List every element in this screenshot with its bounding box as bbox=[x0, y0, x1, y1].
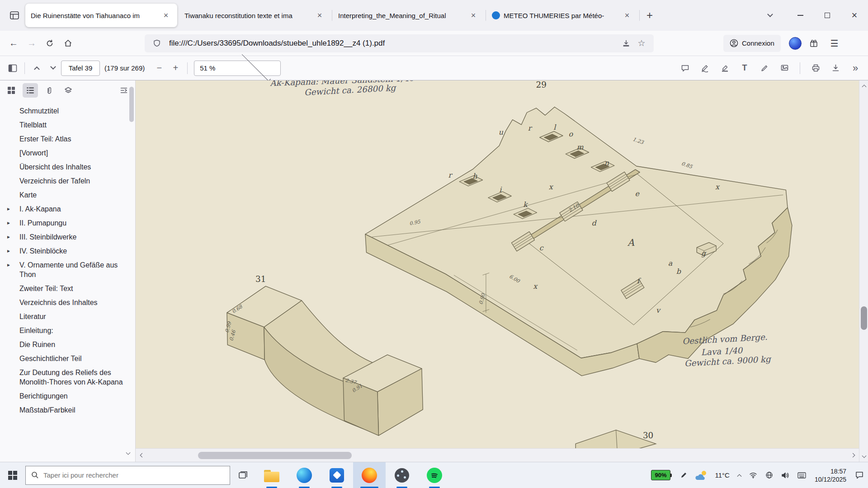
more-tools-button[interactable]: » bbox=[847, 60, 863, 76]
volume-icon[interactable] bbox=[777, 462, 793, 488]
expand-triangle-icon[interactable]: ▸ bbox=[7, 218, 10, 228]
zoom-out-button[interactable]: − bbox=[151, 60, 167, 76]
pen-icon[interactable] bbox=[676, 462, 691, 488]
download-icon[interactable] bbox=[618, 36, 634, 51]
zoom-select[interactable]: 51 % bbox=[194, 61, 281, 76]
connexion-button[interactable]: Connexion bbox=[723, 35, 781, 52]
expand-triangle-icon[interactable]: ▸ bbox=[7, 232, 10, 242]
taskbar-app-file-explorer[interactable] bbox=[255, 462, 288, 488]
outline-item[interactable]: ▸ Maßstab/Farbkeil bbox=[0, 403, 129, 417]
taskbar-app-firefox[interactable] bbox=[353, 462, 386, 488]
scroll-up-button[interactable] bbox=[859, 80, 868, 90]
signature-tool-button[interactable] bbox=[697, 60, 713, 76]
outline-item[interactable]: ▸ Erster Teil: Atlas bbox=[0, 132, 129, 146]
browser-tab[interactable]: Tiwanaku reconstitution texte et ima × bbox=[179, 4, 331, 27]
outline-item[interactable]: ▸ Schmutztitel bbox=[0, 104, 129, 118]
expand-triangle-icon[interactable]: ▸ bbox=[7, 204, 10, 214]
bookmark-star-icon[interactable]: ☆ bbox=[634, 36, 649, 51]
outline-view-icon[interactable] bbox=[23, 83, 38, 98]
horizontal-scroll-thumb[interactable] bbox=[198, 452, 352, 459]
comment-tool-button[interactable] bbox=[677, 60, 693, 76]
expand-triangle-icon[interactable]: ▸ bbox=[7, 246, 10, 256]
scroll-right-button[interactable] bbox=[846, 449, 859, 462]
outline-item[interactable]: ▸ Literatur bbox=[0, 310, 129, 324]
gift-icon[interactable] bbox=[805, 35, 822, 52]
tab-close-icon[interactable]: × bbox=[160, 9, 172, 21]
page-number-input[interactable] bbox=[61, 61, 100, 76]
text-tool-button[interactable]: T bbox=[736, 60, 753, 76]
outline-item[interactable]: ▸ Die Ruinen bbox=[0, 338, 129, 352]
scroll-left-button[interactable] bbox=[136, 449, 148, 462]
firefox-view-icon[interactable] bbox=[5, 5, 24, 25]
thumbnails-view-icon[interactable] bbox=[4, 83, 19, 98]
save-button[interactable] bbox=[827, 60, 844, 76]
scroll-down-button[interactable] bbox=[859, 452, 868, 462]
maximize-button[interactable] bbox=[814, 0, 841, 31]
taskbar-app-edge[interactable] bbox=[288, 462, 321, 488]
browser-tab[interactable]: Interpreting_the_Meaning_of_Ritual × bbox=[333, 4, 485, 27]
list-all-tabs-button[interactable] bbox=[761, 7, 778, 24]
outline-item[interactable]: ▸ IV. Steinblöcke bbox=[0, 244, 129, 258]
home-button[interactable] bbox=[59, 34, 77, 52]
print-button[interactable] bbox=[807, 60, 824, 76]
account-badge-icon[interactable] bbox=[789, 37, 802, 50]
start-button[interactable] bbox=[0, 462, 25, 488]
outline-item[interactable]: ▸ III. Steinbildwerke bbox=[0, 230, 129, 244]
touch-keyboard-icon[interactable] bbox=[793, 462, 810, 488]
browser-tab[interactable]: Die Ruinenstätte von Tiahuanaco im × bbox=[25, 4, 177, 27]
taskbar-clock[interactable]: 18:57 10/12/2025 bbox=[810, 467, 851, 483]
outline-item[interactable]: ▸ V. Ornamente und Gefäße aus Thon bbox=[0, 258, 129, 282]
outline-item[interactable]: ▸ Zur Deutung des Reliefs des Monolith-T… bbox=[0, 366, 129, 389]
network-icon[interactable] bbox=[761, 462, 777, 488]
browser-tab[interactable]: METEO THUMERIES par Météo- × bbox=[486, 4, 638, 27]
attachments-icon[interactable] bbox=[42, 83, 57, 98]
close-button[interactable]: × bbox=[841, 0, 868, 31]
outline-item[interactable]: ▸ Übersicht des Inhaltes bbox=[0, 160, 129, 174]
outline-item[interactable]: ▸ [Vorwort] bbox=[0, 146, 129, 160]
new-tab-button[interactable]: + bbox=[641, 7, 658, 24]
expand-triangle-icon[interactable]: ▸ bbox=[7, 260, 10, 270]
image-tool-button[interactable] bbox=[776, 60, 793, 76]
tray-expand-button[interactable] bbox=[734, 462, 745, 488]
vertical-scroll-thumb[interactable] bbox=[861, 306, 867, 330]
notification-center-button[interactable] bbox=[851, 462, 868, 488]
search-input[interactable] bbox=[43, 471, 224, 479]
sidebar-scrollbar-thumb[interactable] bbox=[129, 87, 134, 122]
vertical-scrollbar[interactable] bbox=[859, 80, 868, 462]
outline-item[interactable]: ▸ Karte bbox=[0, 188, 129, 202]
task-view-button[interactable] bbox=[230, 462, 255, 488]
outline-item[interactable]: ▸ I. Ak-Kapana bbox=[0, 202, 129, 216]
tab-close-icon[interactable]: × bbox=[467, 9, 479, 21]
taskbar-app-photos[interactable] bbox=[321, 462, 353, 488]
taskbar-app-spotify[interactable] bbox=[418, 462, 451, 488]
url-bar[interactable]: file:///C:/Users/33695/Downloads/stuebel… bbox=[145, 34, 654, 52]
highlighter-tool-button[interactable] bbox=[717, 60, 733, 76]
weather-widget[interactable] bbox=[691, 462, 711, 488]
sidebar-toggle-button[interactable] bbox=[5, 60, 21, 76]
back-button[interactable]: ← bbox=[5, 34, 23, 52]
reload-button[interactable] bbox=[41, 34, 59, 52]
forward-button[interactable]: → bbox=[23, 34, 41, 52]
taskbar-search[interactable] bbox=[25, 466, 230, 485]
horizontal-scroll-track[interactable] bbox=[148, 449, 846, 462]
outline-item[interactable]: ▸ Berichtigungen bbox=[0, 389, 129, 403]
outline-item[interactable]: ▸ Verzeichnis der Tafeln bbox=[0, 174, 129, 188]
sidebar-scroll-down-button[interactable] bbox=[123, 449, 132, 458]
taskbar-app-geogebra[interactable] bbox=[386, 462, 418, 488]
temperature-label[interactable]: 11°C bbox=[711, 462, 734, 488]
layers-icon[interactable] bbox=[61, 83, 76, 98]
zoom-in-button[interactable]: + bbox=[167, 60, 184, 76]
outline-item[interactable]: ▸ Einleitung: bbox=[0, 324, 129, 338]
tab-close-icon[interactable]: × bbox=[621, 9, 633, 21]
horizontal-scrollbar[interactable] bbox=[136, 448, 859, 462]
previous-page-button[interactable] bbox=[28, 60, 45, 76]
outline-item[interactable]: ▸ Titelblatt bbox=[0, 118, 129, 132]
wifi-icon[interactable] bbox=[745, 462, 761, 488]
outline-item[interactable]: ▸ Zweiter Teil: Text bbox=[0, 282, 129, 296]
menu-button[interactable]: ☰ bbox=[826, 35, 843, 52]
minimize-button[interactable] bbox=[787, 0, 814, 31]
outline-item[interactable]: ▸ Geschichtlicher Teil bbox=[0, 352, 129, 366]
tab-close-icon[interactable]: × bbox=[314, 9, 326, 21]
next-page-button[interactable] bbox=[45, 60, 61, 76]
outline-item[interactable]: ▸ Verzeichnis des Inhaltes bbox=[0, 296, 129, 310]
